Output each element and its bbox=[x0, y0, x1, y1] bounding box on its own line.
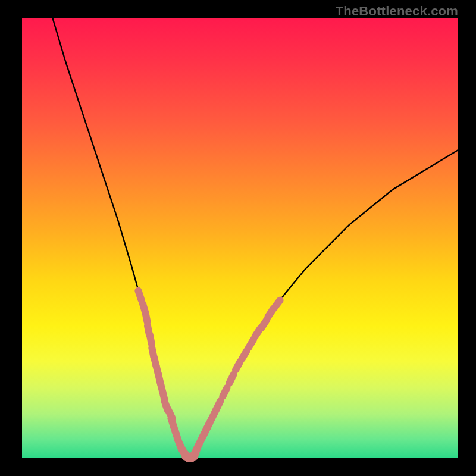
marker-segment bbox=[249, 340, 253, 348]
marker-segment bbox=[242, 350, 247, 359]
marker-segment bbox=[229, 375, 233, 383]
marker-segment bbox=[274, 300, 280, 308]
chart-frame: TheBottleneck.com bbox=[0, 0, 476, 476]
curve-svg bbox=[22, 18, 458, 458]
plot-area bbox=[22, 18, 458, 458]
marker-segment bbox=[138, 291, 141, 300]
attribution-label: TheBottleneck.com bbox=[336, 4, 458, 19]
marker-segment bbox=[145, 312, 147, 322]
marker-clusters bbox=[138, 291, 280, 459]
marker-segment bbox=[223, 388, 227, 396]
marker-segment bbox=[150, 334, 152, 344]
bottleneck-curve bbox=[52, 18, 458, 458]
marker-segment bbox=[236, 362, 240, 370]
marker-segment bbox=[261, 320, 267, 328]
marker-segment bbox=[216, 401, 220, 409]
